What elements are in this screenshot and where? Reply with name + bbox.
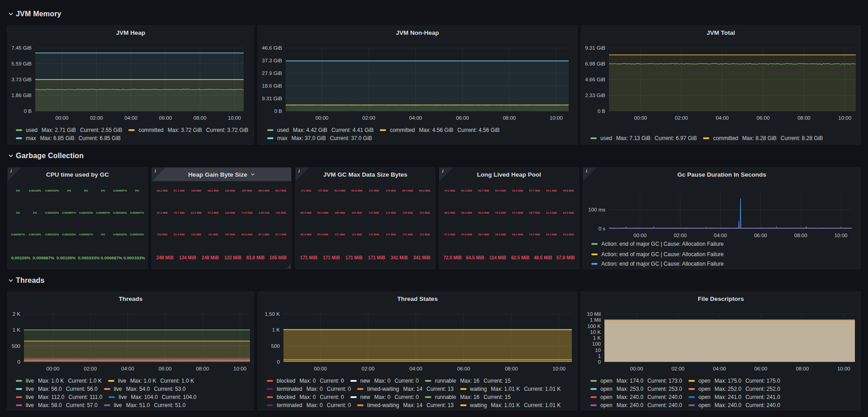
legend-series-name[interactable]: open: [698, 386, 711, 392]
panel-info-corner[interactable]: i: [8, 168, 21, 181]
panel-header[interactable]: CPU time used by GC: [8, 168, 147, 181]
legend-series-name[interactable]: used: [26, 127, 38, 133]
panel-title[interactable]: JVM Total: [707, 29, 735, 36]
legend-item[interactable]: committedMax: 4.56 GiBCurrent: 4.56 GiB: [380, 127, 500, 134]
panel-header[interactable]: Long Lived Heap Pool: [439, 168, 579, 181]
legend-item[interactable]: runnableMax: 16Current: 15: [425, 377, 510, 384]
panel-title[interactable]: JVM GC Max Data Size Bytes: [323, 171, 407, 178]
panel-header[interactable]: JVM Heap: [8, 26, 254, 39]
legend-series-name[interactable]: timed-waiting: [367, 386, 399, 392]
panel-title[interactable]: Long Lived Heap Pool: [477, 171, 541, 178]
legend-series-name[interactable]: used: [600, 135, 612, 141]
legend-series-name[interactable]: live: [114, 402, 122, 408]
legend-series-name[interactable]: open: [698, 378, 711, 384]
legend-item[interactable]: openMax: 240.0Current: 240.0: [590, 402, 682, 409]
legend-series-name[interactable]: Action: end of major GC | Cause: Allocat…: [601, 261, 724, 267]
legend-series-name[interactable]: open: [600, 378, 613, 384]
legend-series-name[interactable]: runnable: [435, 378, 456, 384]
panel-header[interactable]: Thread States: [258, 292, 577, 305]
row-header-garbage-collection[interactable]: Garbage Collection: [7, 145, 861, 167]
legend-item[interactable]: runnableMax: 16Current: 15: [425, 394, 510, 401]
row-header-threads[interactable]: Threads: [7, 269, 861, 291]
legend-series-name[interactable]: live: [26, 394, 34, 400]
panel-header[interactable]: File Descriptors: [581, 292, 860, 305]
legend-item[interactable]: liveMax: 51.0Current: 51.0: [104, 402, 186, 409]
legend-series-name[interactable]: terminated: [277, 386, 302, 392]
legend-item[interactable]: terminatedMax: 0Current: 0: [267, 385, 351, 393]
legend-item[interactable]: Action: end of major GC | Cause: Allocat…: [591, 251, 728, 258]
legend-series-name[interactable]: terminated: [277, 402, 302, 408]
panel-title[interactable]: Threads: [119, 295, 143, 302]
legend-item[interactable]: timed-waitingMax: 14Current: 13: [357, 385, 453, 393]
legend-series-name[interactable]: live: [118, 394, 127, 400]
legend-item[interactable]: Action: end of major GC | Cause: Allocat…: [591, 260, 728, 267]
legend-series-name[interactable]: open: [698, 394, 711, 400]
legend-series-name[interactable]: committed: [390, 127, 415, 133]
legend-series-name[interactable]: waiting: [470, 386, 487, 392]
legend-item[interactable]: openMax: 174.0Current: 173.0: [590, 377, 682, 384]
row-header-jvm-memory[interactable]: JVM Memory: [7, 0, 861, 25]
legend-series-name[interactable]: live: [26, 386, 34, 392]
panel-title[interactable]: Heap Gain Byte Size: [188, 171, 255, 178]
legend-item[interactable]: liveMax: 1.0 KCurrent: 1.0 K: [16, 377, 102, 384]
legend-item[interactable]: liveMax: 56.0Current: 56.0: [16, 385, 98, 393]
legend-item[interactable]: liveMax: 104.0Current: 104.0: [108, 394, 196, 401]
panel-resize-handle[interactable]: [287, 264, 291, 268]
panel-info-corner[interactable]: i: [439, 168, 453, 181]
legend-series-name[interactable]: waiting: [470, 402, 487, 408]
legend-item[interactable]: committedMax: 3.72 GiBCurrent: 3.72 GiB: [128, 127, 248, 134]
legend-item[interactable]: openMax: 241.0Current: 241.0: [689, 394, 780, 401]
legend-series-name[interactable]: live: [26, 378, 34, 384]
panel-header[interactable]: Threads: [8, 292, 254, 305]
panel-info-corner[interactable]: i: [296, 168, 309, 181]
legend-item[interactable]: openMax: 240.0Current: 240.0: [689, 402, 780, 409]
legend-item[interactable]: liveMax: 58.0Current: 57.0: [16, 402, 98, 409]
legend-item[interactable]: openMax: 253.0Current: 253.0: [590, 385, 682, 393]
legend-series-name[interactable]: new: [360, 378, 370, 384]
legend-item[interactable]: liveMax: 54.0Current: 53.0: [104, 385, 186, 393]
legend-series-name[interactable]: open: [698, 402, 711, 408]
panel-info-corner[interactable]: i: [583, 168, 597, 181]
legend-item[interactable]: newMax: 0Current: 0: [350, 394, 419, 401]
legend-series-name[interactable]: committed: [138, 127, 163, 133]
panel-title[interactable]: File Descriptors: [698, 295, 744, 302]
legend-series-name[interactable]: used: [277, 127, 289, 133]
legend-series-name[interactable]: Action: end of major GC | Cause: Allocat…: [601, 241, 724, 247]
panel-header[interactable]: JVM Non-Heap: [258, 26, 577, 39]
legend-series-name[interactable]: runnable: [435, 394, 456, 400]
legend-series-name[interactable]: blocked: [277, 378, 295, 384]
panel-title[interactable]: Thread States: [397, 295, 438, 302]
legend-series-name[interactable]: timed-waiting: [367, 402, 399, 408]
legend-item[interactable]: usedMax: 4.42 GiBCurrent: 4.41 GiB: [267, 127, 373, 134]
legend-item[interactable]: timed-waitingMax: 14Current: 13: [357, 402, 453, 409]
legend-item[interactable]: waitingMax: 1.01 KCurrent: 1.01 K: [460, 402, 561, 409]
legend-series-name[interactable]: committed: [713, 135, 738, 141]
legend-series-name[interactable]: new: [360, 394, 370, 400]
legend-item[interactable]: maxMax: 6.85 GiBCurrent: 6.85 GiB: [16, 135, 121, 142]
legend-item[interactable]: usedMax: 2.71 GiBCurrent: 2.55 GiB: [16, 127, 122, 134]
legend-series-name[interactable]: open: [600, 386, 613, 392]
legend-series-name[interactable]: blocked: [277, 394, 295, 400]
legend-series-name[interactable]: open: [600, 402, 613, 408]
legend-series-name[interactable]: Action: end of major GC | Cause: Allocat…: [601, 251, 724, 258]
legend-series-name[interactable]: max: [26, 135, 36, 141]
legend-item[interactable]: liveMax: 1.0 KCurrent: 1.0 K: [108, 377, 194, 384]
legend-item[interactable]: usedMax: 7.13 GiBCurrent: 6.97 GiB: [590, 135, 697, 142]
legend-item[interactable]: blockedMax: 0Current: 0: [267, 377, 344, 384]
jvm-total-chart[interactable]: 0 B2.33 GiB4.66 GiB6.98 GiB9.31 GiB00:00…: [581, 26, 861, 145]
panel-header[interactable]: JVM Total: [581, 26, 860, 39]
legend-item[interactable]: waitingMax: 1.01 KCurrent: 1.01 K: [460, 385, 561, 393]
legend-item[interactable]: openMax: 175.0Current: 175.0: [689, 377, 780, 384]
legend-series-name[interactable]: open: [600, 394, 613, 400]
legend-series-name[interactable]: live: [114, 386, 122, 392]
legend-series-name[interactable]: live: [118, 378, 126, 384]
panel-title[interactable]: JVM Non-Heap: [396, 29, 439, 36]
legend-item[interactable]: newMax: 0Current: 0: [350, 377, 419, 384]
legend-item[interactable]: maxMax: 37.0 GiBCurrent: 37.0 GiB: [267, 135, 372, 142]
legend-item[interactable]: committedMax: 8.28 GiBCurrent: 8.28 GiB: [703, 135, 823, 142]
legend-series-name[interactable]: live: [26, 402, 34, 408]
panel-title[interactable]: CPU time used by GC: [46, 171, 109, 178]
panel-info-corner[interactable]: i: [152, 168, 165, 181]
legend-item[interactable]: openMax: 240.0Current: 240.0: [590, 394, 682, 401]
legend-item[interactable]: blockedMax: 0Current: 0: [267, 394, 344, 401]
